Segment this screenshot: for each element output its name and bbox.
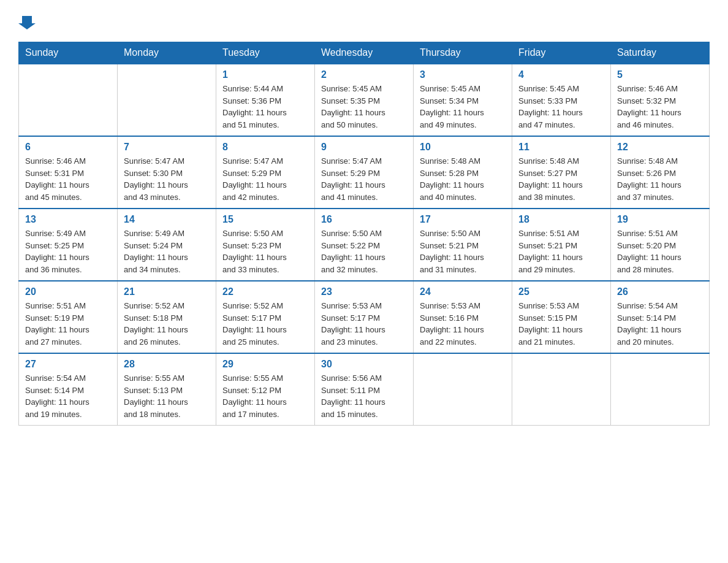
calendar-cell: 20Sunrise: 5:51 AM Sunset: 5:19 PM Dayli… bbox=[19, 281, 118, 353]
calendar-cell bbox=[19, 64, 118, 136]
calendar-cell: 27Sunrise: 5:54 AM Sunset: 5:14 PM Dayli… bbox=[19, 353, 118, 426]
day-info: Sunrise: 5:46 AM Sunset: 5:31 PM Dayligh… bbox=[25, 155, 111, 203]
day-number: 12 bbox=[617, 142, 703, 153]
day-number: 25 bbox=[518, 286, 604, 297]
calendar-cell: 30Sunrise: 5:56 AM Sunset: 5:11 PM Dayli… bbox=[315, 353, 414, 426]
day-info: Sunrise: 5:51 AM Sunset: 5:21 PM Dayligh… bbox=[518, 228, 604, 275]
day-number: 14 bbox=[124, 214, 210, 225]
day-info: Sunrise: 5:53 AM Sunset: 5:17 PM Dayligh… bbox=[321, 300, 407, 348]
calendar-week-row: 20Sunrise: 5:51 AM Sunset: 5:19 PM Dayli… bbox=[19, 281, 710, 353]
calendar-cell: 18Sunrise: 5:51 AM Sunset: 5:21 PM Dayli… bbox=[512, 209, 611, 281]
calendar-cell: 19Sunrise: 5:51 AM Sunset: 5:20 PM Dayli… bbox=[611, 209, 710, 281]
calendar-cell: 23Sunrise: 5:53 AM Sunset: 5:17 PM Dayli… bbox=[315, 281, 414, 353]
calendar-cell: 2Sunrise: 5:45 AM Sunset: 5:35 PM Daylig… bbox=[315, 64, 414, 136]
day-info: Sunrise: 5:47 AM Sunset: 5:29 PM Dayligh… bbox=[222, 155, 308, 203]
calendar-cell: 26Sunrise: 5:54 AM Sunset: 5:14 PM Dayli… bbox=[611, 281, 710, 353]
day-number: 24 bbox=[420, 286, 506, 297]
calendar-cell: 17Sunrise: 5:50 AM Sunset: 5:21 PM Dayli… bbox=[414, 209, 512, 281]
calendar-cell: 8Sunrise: 5:47 AM Sunset: 5:29 PM Daylig… bbox=[216, 136, 315, 209]
calendar-cell: 10Sunrise: 5:48 AM Sunset: 5:28 PM Dayli… bbox=[414, 136, 512, 209]
day-info: Sunrise: 5:49 AM Sunset: 5:24 PM Dayligh… bbox=[124, 228, 210, 275]
weekday-header-tuesday: Tuesday bbox=[216, 42, 315, 64]
calendar-week-row: 1Sunrise: 5:44 AM Sunset: 5:36 PM Daylig… bbox=[19, 64, 710, 136]
day-info: Sunrise: 5:45 AM Sunset: 5:33 PM Dayligh… bbox=[518, 83, 604, 131]
day-number: 19 bbox=[617, 214, 703, 225]
day-number: 11 bbox=[518, 142, 604, 153]
calendar-cell: 24Sunrise: 5:53 AM Sunset: 5:16 PM Dayli… bbox=[414, 281, 512, 353]
day-info: Sunrise: 5:45 AM Sunset: 5:35 PM Dayligh… bbox=[321, 83, 407, 131]
day-info: Sunrise: 5:55 AM Sunset: 5:13 PM Dayligh… bbox=[124, 372, 210, 420]
day-number: 17 bbox=[420, 214, 506, 225]
weekday-header-row: SundayMondayTuesdayWednesdayThursdayFrid… bbox=[19, 42, 710, 64]
calendar-week-row: 13Sunrise: 5:49 AM Sunset: 5:25 PM Dayli… bbox=[19, 209, 710, 281]
day-number: 23 bbox=[321, 286, 407, 297]
day-number: 1 bbox=[222, 69, 308, 80]
logo-arrow-icon bbox=[18, 12, 36, 29]
calendar-cell: 13Sunrise: 5:49 AM Sunset: 5:25 PM Dayli… bbox=[19, 209, 118, 281]
day-info: Sunrise: 5:47 AM Sunset: 5:29 PM Dayligh… bbox=[321, 155, 407, 203]
day-info: Sunrise: 5:53 AM Sunset: 5:16 PM Dayligh… bbox=[420, 300, 506, 348]
calendar-cell: 3Sunrise: 5:45 AM Sunset: 5:34 PM Daylig… bbox=[414, 64, 512, 136]
calendar-cell: 22Sunrise: 5:52 AM Sunset: 5:17 PM Dayli… bbox=[216, 281, 315, 353]
day-info: Sunrise: 5:49 AM Sunset: 5:25 PM Dayligh… bbox=[25, 228, 111, 275]
calendar-week-row: 27Sunrise: 5:54 AM Sunset: 5:14 PM Dayli… bbox=[19, 353, 710, 426]
day-info: Sunrise: 5:45 AM Sunset: 5:34 PM Dayligh… bbox=[420, 83, 506, 131]
calendar-week-row: 6Sunrise: 5:46 AM Sunset: 5:31 PM Daylig… bbox=[19, 136, 710, 209]
day-info: Sunrise: 5:50 AM Sunset: 5:21 PM Dayligh… bbox=[420, 228, 506, 275]
day-number: 10 bbox=[420, 142, 506, 153]
day-info: Sunrise: 5:53 AM Sunset: 5:15 PM Dayligh… bbox=[518, 300, 604, 348]
day-number: 4 bbox=[518, 69, 604, 80]
day-number: 13 bbox=[25, 214, 111, 225]
day-info: Sunrise: 5:54 AM Sunset: 5:14 PM Dayligh… bbox=[25, 372, 111, 420]
day-info: Sunrise: 5:48 AM Sunset: 5:27 PM Dayligh… bbox=[518, 155, 604, 203]
calendar-cell: 11Sunrise: 5:48 AM Sunset: 5:27 PM Dayli… bbox=[512, 136, 611, 209]
calendar-cell: 9Sunrise: 5:47 AM Sunset: 5:29 PM Daylig… bbox=[315, 136, 414, 209]
day-info: Sunrise: 5:47 AM Sunset: 5:30 PM Dayligh… bbox=[124, 155, 210, 203]
calendar-cell: 28Sunrise: 5:55 AM Sunset: 5:13 PM Dayli… bbox=[118, 353, 216, 426]
calendar-cell: 12Sunrise: 5:48 AM Sunset: 5:26 PM Dayli… bbox=[611, 136, 710, 209]
day-number: 26 bbox=[617, 286, 703, 297]
day-number: 21 bbox=[124, 286, 210, 297]
day-number: 9 bbox=[321, 142, 407, 153]
day-info: Sunrise: 5:56 AM Sunset: 5:11 PM Dayligh… bbox=[321, 372, 407, 420]
calendar-cell: 7Sunrise: 5:47 AM Sunset: 5:30 PM Daylig… bbox=[118, 136, 216, 209]
day-number: 7 bbox=[124, 142, 210, 153]
calendar-cell: 14Sunrise: 5:49 AM Sunset: 5:24 PM Dayli… bbox=[118, 209, 216, 281]
day-info: Sunrise: 5:44 AM Sunset: 5:36 PM Dayligh… bbox=[222, 83, 308, 131]
day-number: 3 bbox=[420, 69, 506, 80]
weekday-header-friday: Friday bbox=[512, 42, 611, 64]
day-number: 22 bbox=[222, 286, 308, 297]
day-number: 29 bbox=[222, 359, 308, 370]
day-number: 15 bbox=[222, 214, 308, 225]
calendar-cell: 15Sunrise: 5:50 AM Sunset: 5:23 PM Dayli… bbox=[216, 209, 315, 281]
day-number: 8 bbox=[222, 142, 308, 153]
calendar-cell: 21Sunrise: 5:52 AM Sunset: 5:18 PM Dayli… bbox=[118, 281, 216, 353]
calendar-cell bbox=[611, 353, 710, 426]
day-info: Sunrise: 5:55 AM Sunset: 5:12 PM Dayligh… bbox=[222, 372, 308, 420]
calendar-cell: 25Sunrise: 5:53 AM Sunset: 5:15 PM Dayli… bbox=[512, 281, 611, 353]
weekday-header-monday: Monday bbox=[118, 42, 216, 64]
calendar-cell: 4Sunrise: 5:45 AM Sunset: 5:33 PM Daylig… bbox=[512, 64, 611, 136]
weekday-header-wednesday: Wednesday bbox=[315, 42, 414, 64]
svg-marker-0 bbox=[18, 16, 36, 29]
calendar-cell bbox=[512, 353, 611, 426]
day-info: Sunrise: 5:51 AM Sunset: 5:20 PM Dayligh… bbox=[617, 228, 703, 275]
day-info: Sunrise: 5:50 AM Sunset: 5:23 PM Dayligh… bbox=[222, 228, 308, 275]
weekday-header-sunday: Sunday bbox=[19, 42, 118, 64]
day-number: 28 bbox=[124, 359, 210, 370]
calendar-table: SundayMondayTuesdayWednesdayThursdayFrid… bbox=[18, 42, 710, 426]
logo bbox=[18, 12, 36, 29]
day-info: Sunrise: 5:51 AM Sunset: 5:19 PM Dayligh… bbox=[25, 300, 111, 348]
day-number: 30 bbox=[321, 359, 407, 370]
weekday-header-thursday: Thursday bbox=[414, 42, 512, 64]
day-info: Sunrise: 5:52 AM Sunset: 5:18 PM Dayligh… bbox=[124, 300, 210, 348]
calendar-cell: 5Sunrise: 5:46 AM Sunset: 5:32 PM Daylig… bbox=[611, 64, 710, 136]
day-number: 20 bbox=[25, 286, 111, 297]
page-header bbox=[18, 12, 710, 29]
day-info: Sunrise: 5:48 AM Sunset: 5:26 PM Dayligh… bbox=[617, 155, 703, 203]
day-info: Sunrise: 5:52 AM Sunset: 5:17 PM Dayligh… bbox=[222, 300, 308, 348]
calendar-cell: 1Sunrise: 5:44 AM Sunset: 5:36 PM Daylig… bbox=[216, 64, 315, 136]
day-number: 16 bbox=[321, 214, 407, 225]
day-info: Sunrise: 5:54 AM Sunset: 5:14 PM Dayligh… bbox=[617, 300, 703, 348]
day-number: 27 bbox=[25, 359, 111, 370]
